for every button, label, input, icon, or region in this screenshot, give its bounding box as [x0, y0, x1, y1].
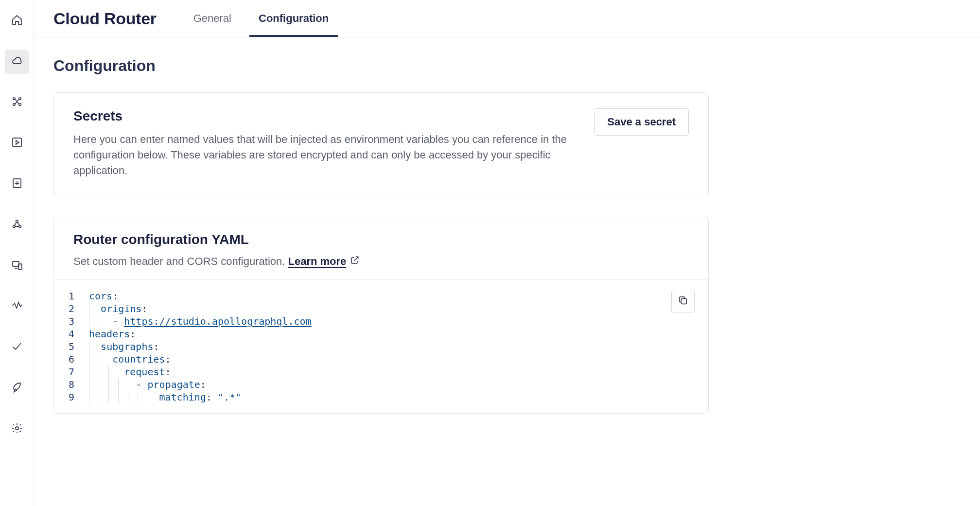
svg-point-6: [16, 220, 18, 223]
code-cell: headers:: [83, 328, 136, 340]
code-line: 2 origins:: [54, 302, 708, 315]
code-line: 4headers:: [54, 328, 708, 340]
svg-point-7: [13, 226, 15, 228]
code-line: 3 - https://studio.apollographql.com: [54, 315, 708, 328]
yaml-desc-text: Set custom header and CORS configuration…: [73, 255, 288, 267]
code-line: 7 request:: [54, 366, 708, 378]
code-cell: matching: ".*": [83, 391, 241, 403]
code-lines: 1cors:2 origins:3 - https://studio.apoll…: [54, 290, 708, 403]
line-number: 4: [54, 328, 83, 340]
gear-icon: [11, 422, 23, 436]
sidebar-item-check[interactable]: [5, 335, 29, 360]
line-number: 5: [54, 340, 83, 353]
code-cell: - propagate:: [83, 378, 206, 391]
rocket-icon: [11, 382, 23, 395]
secrets-card-title: Secrets: [73, 108, 575, 124]
copy-icon: [678, 295, 688, 307]
svg-point-8: [18, 226, 21, 228]
sidebar-item-graph[interactable]: [5, 90, 29, 115]
sidebar-item-devices[interactable]: [5, 254, 29, 278]
sidebar-item-settings[interactable]: [5, 417, 29, 441]
svg-point-11: [16, 427, 18, 430]
line-number: 3: [54, 315, 83, 328]
code-cell: request:: [83, 366, 171, 378]
secrets-card: Secrets Here you can enter named values …: [53, 92, 709, 196]
sidebar-item-home[interactable]: [5, 9, 29, 33]
code-line: 9 matching: ".*": [54, 391, 708, 403]
svg-rect-12: [681, 299, 686, 304]
yaml-card-desc: Set custom header and CORS configuration…: [73, 255, 689, 268]
header: Cloud Router General Configuration: [34, 0, 980, 37]
line-number: 6: [54, 353, 83, 366]
metrics-icon: [11, 300, 23, 314]
sidebar-item-play[interactable]: [5, 131, 29, 156]
sidebar-item-rocket[interactable]: [5, 376, 29, 401]
code-cell: origins:: [83, 302, 147, 315]
sidebar-item-metrics[interactable]: [5, 295, 29, 319]
yaml-url[interactable]: https://studio.apollographql.com: [124, 315, 311, 327]
tab-general[interactable]: General: [180, 0, 245, 37]
play-square-icon: [11, 137, 23, 150]
code-line: 1cors:: [54, 290, 708, 302]
yaml-card-title: Router configuration YAML: [73, 232, 689, 247]
main-area: Cloud Router General Configuration Confi…: [34, 0, 980, 506]
home-icon: [11, 14, 23, 28]
code-cell: cors:: [83, 290, 118, 302]
secrets-card-desc: Here you can enter named values that wil…: [73, 132, 575, 178]
sidebar-item-federation[interactable]: [5, 213, 29, 237]
code-cell: - https://studio.apollographql.com: [83, 315, 312, 328]
yaml-card: Router configuration YAML Set custom hea…: [53, 216, 709, 414]
section-title: Configuration: [53, 57, 961, 75]
tabs: General Configuration: [180, 0, 342, 37]
copy-button[interactable]: [671, 290, 695, 313]
sidebar-item-diff[interactable]: [5, 172, 29, 196]
sidebar-item-cloud[interactable]: [5, 50, 29, 74]
line-number: 1: [54, 290, 83, 302]
tab-configuration[interactable]: Configuration: [245, 0, 342, 37]
icon-sidebar: [0, 0, 34, 506]
line-number: 7: [54, 366, 83, 378]
graph-icon: [11, 96, 23, 109]
code-line: 6 countries:: [54, 353, 708, 366]
cloud-icon: [11, 55, 23, 69]
code-line: 8 - propagate:: [54, 378, 708, 391]
check-icon: [11, 341, 23, 354]
diff-icon: [11, 177, 23, 191]
code-line: 5 subgraphs:: [54, 340, 708, 353]
save-secret-button[interactable]: Save a secret: [594, 108, 689, 136]
code-cell: subgraphs:: [83, 340, 159, 353]
external-link-icon: [350, 255, 360, 268]
devices-icon: [11, 259, 23, 273]
svg-rect-9: [13, 262, 19, 266]
line-number: 9: [54, 391, 83, 403]
learn-more-text: Learn more: [288, 255, 346, 268]
svg-rect-4: [13, 138, 21, 147]
learn-more-link[interactable]: Learn more: [288, 255, 360, 268]
code-cell: countries:: [83, 353, 171, 366]
line-number: 8: [54, 378, 83, 391]
content: Configuration Secrets Here you can enter…: [34, 37, 980, 453]
line-number: 2: [54, 302, 83, 315]
yaml-editor[interactable]: 1cors:2 origins:3 - https://studio.apoll…: [54, 279, 708, 413]
federation-icon: [11, 218, 23, 232]
page-title: Cloud Router: [53, 9, 157, 28]
